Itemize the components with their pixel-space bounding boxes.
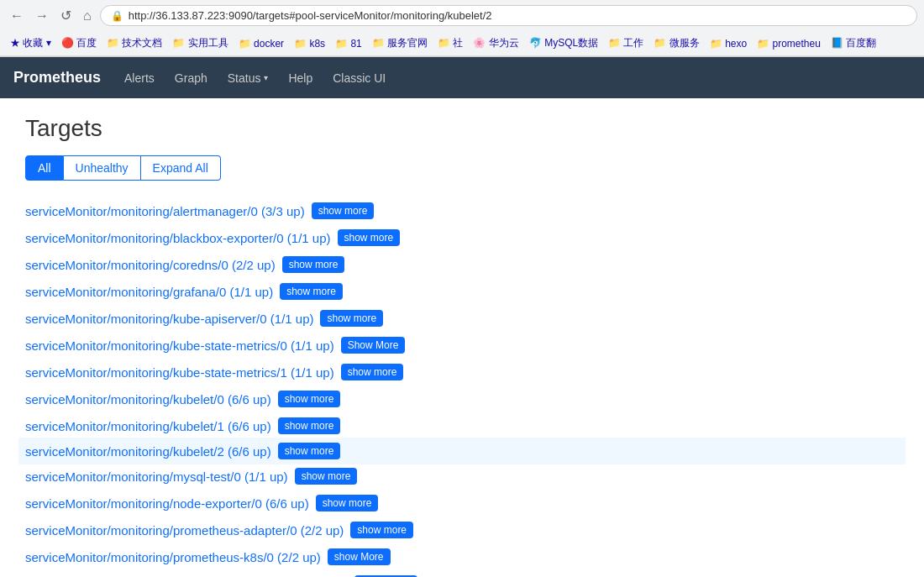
- target-link[interactable]: serviceMonitor/monitoring/kubelet/2 (6/6…: [25, 444, 271, 459]
- target-item: serviceMonitor/monitoring/mysql-test/0 (…: [25, 463, 899, 490]
- target-link[interactable]: serviceMonitor/monitoring/kubelet/0 (6/6…: [25, 392, 271, 407]
- show-more-button[interactable]: Show More: [341, 337, 406, 354]
- show-more-button[interactable]: show more: [350, 522, 413, 538]
- bookmark-k8s[interactable]: 📁 k8s: [291, 36, 328, 51]
- main-content: Targets All Unhealthy Expand All service…: [0, 98, 924, 577]
- bookmark-baidu[interactable]: 🔴 百度: [58, 34, 100, 52]
- target-item: serviceMonitor/monitoring/kube-state-met…: [25, 332, 899, 359]
- back-button[interactable]: ←: [7, 7, 27, 25]
- refresh-button[interactable]: ↺: [57, 6, 75, 25]
- bookmark-hexo[interactable]: 📁 hexo: [706, 36, 750, 51]
- target-link[interactable]: serviceMonitor/monitoring/coredns/0 (2/2…: [25, 258, 276, 272]
- filter-all-button[interactable]: All: [25, 155, 64, 181]
- bookmark-translate[interactable]: 📘 百度翻: [827, 34, 879, 52]
- filter-expand-all-button[interactable]: Expand All: [141, 155, 221, 181]
- bookmark-huawei[interactable]: 🌸 华为云: [470, 34, 522, 52]
- target-item: serviceMonitor/monitoring/blackbox-expor…: [25, 224, 899, 251]
- target-link[interactable]: serviceMonitor/monitoring/blackbox-expor…: [25, 231, 331, 245]
- bookmark-tools[interactable]: 📁 实用工具: [169, 34, 231, 52]
- target-item: serviceMonitor/monitoring/kubelet/0 (6/6…: [25, 386, 899, 412]
- bookmarks-bar: ★ 收藏 ▾ 🔴 百度 📁 技术文档 📁 实用工具 📁 docker 📁 k8s…: [0, 31, 924, 56]
- show-more-button[interactable]: show more: [278, 417, 341, 434]
- bookmark-star[interactable]: ★ 收藏 ▾: [7, 34, 55, 52]
- show-more-button[interactable]: show more: [295, 468, 358, 485]
- bookmark-81[interactable]: 📁 81: [332, 36, 365, 51]
- target-list: serviceMonitor/monitoring/alertmanager/0…: [25, 197, 899, 577]
- nav-brand[interactable]: Prometheus: [13, 57, 114, 98]
- target-link[interactable]: serviceMonitor/monitoring/kube-state-met…: [25, 365, 334, 380]
- target-item: serviceMonitor/monitoring/prometheus-ada…: [25, 517, 899, 543]
- target-item: serviceMonitor/monitoring/kubelet/1 (6/6…: [25, 412, 899, 439]
- navbar: Prometheus Alerts Graph Status Help Clas…: [0, 57, 924, 98]
- security-icon: 🔒: [111, 10, 123, 22]
- bookmark-docker[interactable]: 📁 docker: [235, 36, 287, 51]
- target-item: serviceMonitor/monitoring/kube-apiserver…: [25, 305, 899, 332]
- target-item: serviceMonitor/monitoring/grafana/0 (1/1…: [25, 278, 899, 305]
- show-more-button[interactable]: show more: [278, 443, 341, 459]
- target-link[interactable]: serviceMonitor/monitoring/kube-apiserver…: [25, 312, 313, 326]
- bookmark-service[interactable]: 📁 服务官网: [369, 34, 431, 52]
- url-text: http://36.133.87.223:9090/targets#pool-s…: [129, 9, 492, 22]
- target-item: serviceMonitor/monitoring/node-exporter/…: [25, 490, 899, 517]
- target-item: serviceMonitor/monitoring/prometheus-k8s…: [25, 543, 899, 570]
- bookmark-micro[interactable]: 📁 微服务: [650, 34, 702, 52]
- bookmark-work[interactable]: 📁 工作: [605, 34, 647, 52]
- bookmark-prometheus[interactable]: 📁 prometheu: [753, 36, 824, 51]
- show-more-button[interactable]: show more: [282, 256, 345, 273]
- target-link[interactable]: serviceMonitor/monitoring/node-exporter/…: [25, 496, 309, 511]
- target-item: serviceMonitor/monitoring/alertmanager/0…: [25, 197, 899, 224]
- target-link[interactable]: serviceMonitor/monitoring/grafana/0 (1/1…: [25, 285, 273, 299]
- show-more-button[interactable]: show more: [278, 391, 341, 407]
- target-link[interactable]: serviceMonitor/monitoring/prometheus-k8s…: [25, 550, 321, 564]
- show-more-button[interactable]: show more: [341, 364, 404, 380]
- target-link[interactable]: serviceMonitor/monitoring/kubelet/1 (6/6…: [25, 419, 271, 433]
- target-link[interactable]: serviceMonitor/monitoring/alertmanager/0…: [25, 204, 305, 218]
- target-item: serviceMonitor/monitoring/prometheus-ope…: [25, 570, 899, 577]
- nav-alerts[interactable]: Alerts: [114, 60, 165, 97]
- nav-links: Alerts Graph Status Help Classic UI: [114, 60, 396, 97]
- show-more-button[interactable]: show more: [320, 310, 383, 327]
- target-link[interactable]: serviceMonitor/monitoring/prometheus-ada…: [25, 523, 344, 538]
- target-link[interactable]: serviceMonitor/monitoring/kube-state-met…: [25, 338, 334, 353]
- home-button[interactable]: ⌂: [80, 7, 95, 25]
- target-item: serviceMonitor/monitoring/kubelet/2 (6/6…: [18, 438, 906, 464]
- forward-button[interactable]: →: [32, 7, 52, 25]
- target-item: serviceMonitor/monitoring/kube-state-met…: [25, 359, 899, 386]
- nav-help[interactable]: Help: [278, 60, 323, 97]
- show-more-button[interactable]: show more: [338, 229, 401, 246]
- target-item: serviceMonitor/monitoring/coredns/0 (2/2…: [25, 251, 899, 278]
- nav-graph[interactable]: Graph: [165, 60, 218, 97]
- show-more-button[interactable]: show more: [316, 495, 379, 511]
- bookmark-techdoc[interactable]: 📁 技术文档: [103, 34, 165, 52]
- filter-unhealthy-button[interactable]: Unhealthy: [64, 155, 141, 181]
- url-bar[interactable]: 🔒 http://36.133.87.223:9090/targets#pool…: [100, 5, 917, 26]
- nav-classic-ui[interactable]: Classic UI: [323, 60, 396, 97]
- filter-bar: All Unhealthy Expand All: [25, 155, 899, 181]
- page-title: Targets: [25, 115, 899, 142]
- nav-status[interactable]: Status: [218, 60, 279, 97]
- bookmark-mysql[interactable]: 🐬 MySQL数据: [526, 34, 601, 52]
- target-link[interactable]: serviceMonitor/monitoring/mysql-test/0 (…: [25, 469, 288, 484]
- bookmark-she[interactable]: 📁 社: [434, 34, 466, 52]
- show-more-button[interactable]: show more: [312, 202, 375, 219]
- show-more-button[interactable]: show More: [328, 548, 391, 565]
- show-more-button[interactable]: show more: [280, 283, 343, 300]
